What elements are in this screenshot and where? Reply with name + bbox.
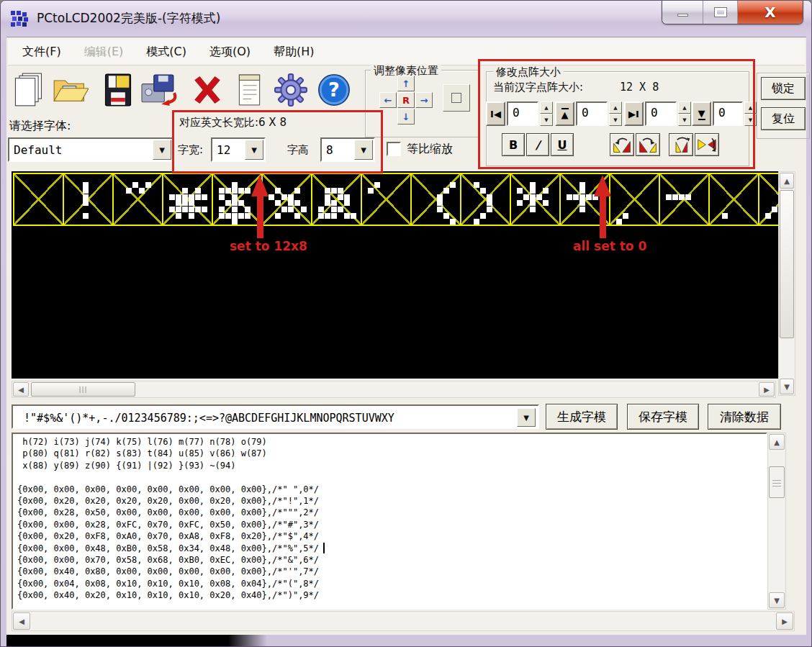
scroll-up-button[interactable]: ▲ [780,173,794,189]
move-down-button[interactable]: ↓ [397,109,415,125]
char-set-input[interactable] [13,406,517,427]
menu-item[interactable]: 模式(C) [137,42,195,63]
close-button[interactable]: X [738,1,803,24]
pixel-dot [579,207,585,212]
pixel-dot [517,200,523,206]
chevron-down-icon[interactable]: ▼ [153,140,171,160]
pixel-dot [245,207,251,212]
pixel-dot [232,194,238,200]
scroll-thumb[interactable]: ||| [31,382,135,397]
pixel-dot [672,194,678,200]
output-area[interactable]: h(72) i(73) j(74) k(75) l(76) m(77) n(78… [12,433,767,610]
preview-cell[interactable] [63,173,114,226]
output-vscrollbar[interactable]: ▲ ▼ [767,433,786,610]
pixel-dot [325,188,330,194]
new-file-button[interactable] [9,69,48,111]
scroll-thumb[interactable] [769,466,785,498]
pixel-dot [195,194,201,200]
pixel-dot [338,194,343,200]
proportional-scale-label: 等比缩放 [407,142,453,157]
center-content-button[interactable] [443,84,470,112]
character-preview-canvas[interactable] [12,171,778,379]
preview-cell[interactable] [361,173,412,226]
lock-button[interactable]: 锁定 [761,77,806,100]
pixel-dot [344,200,350,206]
scroll-up-button[interactable]: ▲ [769,434,785,450]
notes-button[interactable] [230,69,269,111]
maximize-button[interactable] [703,1,738,24]
pixel-dot [685,194,691,200]
scroll-down-button[interactable]: ▼ [780,379,794,394]
app-icon [11,11,30,28]
open-file-button[interactable] [51,69,90,111]
close-icon: X [764,4,775,21]
pixel-dot [189,213,194,219]
preview-cell[interactable] [510,173,561,226]
red-arrow-shaft [257,194,263,238]
scroll-thumb[interactable] [780,190,794,338]
pixel-dot [536,194,542,200]
pixel-dot [530,194,536,200]
scroll-down-button[interactable]: ▼ [769,592,785,608]
chevron-down-icon[interactable]: ▼ [517,408,536,427]
minimize-icon [677,14,688,17]
pixel-dot [573,194,579,200]
pixel-dot [344,213,350,219]
save-font-button[interactable]: 保存字模 [627,404,699,430]
scroll-left-button[interactable]: ◀ [13,382,29,397]
titlebar[interactable]: PCtoLCD2002完美版-(字符模式) X [1,1,812,37]
save-button[interactable] [99,69,137,111]
right-arrow-icon: → [420,95,428,106]
pixel-dot [623,213,628,219]
preview-cell[interactable] [410,173,461,226]
pixel-dot [325,194,330,200]
scroll-left-button[interactable]: ◀ [13,612,30,630]
preview-cell[interactable] [162,173,213,226]
pixel-dot [232,182,238,188]
save-to-device-button[interactable] [139,69,178,111]
reset-button[interactable]: 复位 [761,107,806,130]
preview-cell[interactable] [112,173,163,226]
preview-cell[interactable] [311,173,362,226]
preview-cell[interactable] [659,173,710,226]
move-up-button[interactable]: ↑ [397,76,415,91]
menu-item[interactable]: 帮助(H) [265,42,323,63]
preview-cell[interactable] [758,173,778,226]
generate-font-button[interactable]: 生成字模 [546,404,618,430]
preview-cell[interactable] [609,173,660,226]
pixel-dot [145,182,151,188]
settings-button[interactable] [271,69,310,111]
move-left-button[interactable]: ← [379,92,397,108]
output-hscrollbar[interactable]: ◀ ▶ [12,611,795,631]
caption-buttons: X [662,1,803,24]
help-button[interactable]: ? [315,69,353,111]
pixel-dot [245,213,251,219]
pixel-dot [275,200,281,206]
scroll-right-button[interactable]: ▶ [759,382,775,397]
preview-cell[interactable] [13,173,64,226]
reset-position-button[interactable]: R [397,92,415,108]
pixel-dot [219,207,225,212]
move-right-button[interactable]: → [415,92,433,108]
preview-cell[interactable] [708,173,759,226]
clear-data-button[interactable]: 清除数据 [708,404,781,430]
pixel-dot [288,194,294,200]
scroll-right-button[interactable]: ▶ [776,612,793,630]
pixel-dot [318,213,324,219]
reset-r-icon: R [402,95,410,106]
pixel-dot [83,200,89,206]
preview-hscrollbar[interactable]: ◀ ||| ▶ [12,381,776,398]
preview-cell[interactable] [261,173,312,226]
delete-button[interactable] [188,69,227,111]
pixel-dot [450,219,456,225]
menu-item[interactable]: 文件(F) [14,42,70,63]
menu-item[interactable]: 选项(O) [201,42,259,63]
pixel-dot [182,207,188,212]
preview-cell[interactable] [460,173,511,226]
down-arrow-icon: ↓ [402,112,410,122]
font-combo[interactable]: Default ▼ [8,137,173,162]
minimize-button[interactable] [662,1,703,24]
menu-item[interactable]: 编辑(E) [76,42,132,63]
preview-vscrollbar[interactable]: ▲ ▼ [778,171,795,396]
proportional-scale-checkbox[interactable] [387,142,401,156]
